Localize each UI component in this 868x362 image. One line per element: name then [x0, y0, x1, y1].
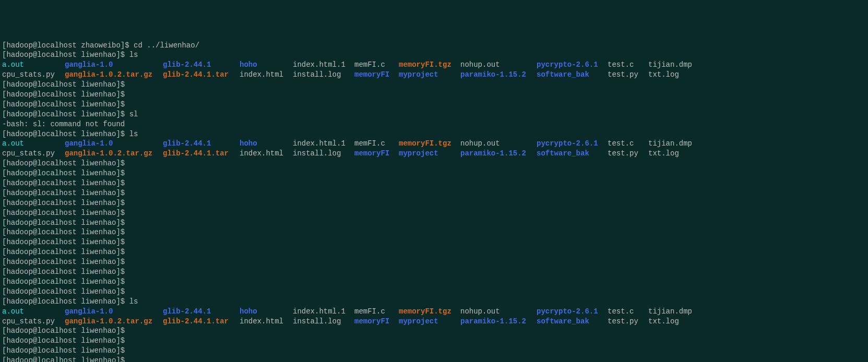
file-entry: a.out: [2, 60, 65, 70]
file-entry: nohup.out: [460, 307, 537, 317]
file-entry: software_bak: [537, 149, 608, 159]
file-entry: glib-2.44.1: [163, 60, 240, 70]
file-entry: index.html.1: [293, 60, 354, 70]
file-entry: ganglia-1.0.2.tar.gz: [65, 317, 163, 327]
prompt-line: [hadoop@localhost liwenhao]$: [2, 237, 866, 247]
prompt-line: [hadoop@localhost liwenhao]$: [2, 218, 866, 228]
file-entry: index.html: [240, 149, 293, 159]
file-entry: test.py: [608, 149, 648, 159]
file-entry: test.c: [608, 307, 648, 317]
file-entry: hoho: [240, 307, 293, 317]
file-entry: txt.log: [648, 317, 679, 327]
file-entry: test.py: [608, 317, 648, 327]
file-entry: install.log: [293, 149, 354, 159]
file-entry: memFI.c: [354, 307, 399, 317]
prompt-line: [hadoop@localhost liwenhao]$: [2, 80, 866, 90]
prompt-line: [hadoop@localhost liwenhao]$ ls: [2, 50, 866, 60]
file-entry: tijian.dmp: [648, 307, 692, 317]
file-entry: index.html.1: [293, 307, 354, 317]
file-entry: install.log: [293, 70, 354, 80]
file-entry: myproject: [399, 70, 460, 80]
file-entry: ganglia-1.0: [65, 60, 163, 70]
file-entry: nohup.out: [460, 60, 537, 70]
file-entry: test.c: [608, 139, 648, 149]
file-entry: index.html.1: [293, 139, 354, 149]
file-entry: cpu_stats.py: [2, 70, 65, 80]
file-entry: glib-2.44.1: [163, 307, 240, 317]
file-entry: glib-2.44.1.tar: [163, 70, 240, 80]
file-entry: myproject: [399, 317, 460, 327]
prompt-line: [hadoop@localhost liwenhao]$: [2, 346, 866, 356]
file-entry: ganglia-1.0: [65, 139, 163, 149]
file-entry: software_bak: [537, 70, 608, 80]
file-entry: a.out: [2, 139, 65, 149]
file-entry: memoryFI: [354, 149, 399, 159]
file-entry: tijian.dmp: [648, 60, 692, 70]
file-entry: myproject: [399, 149, 460, 159]
file-entry: software_bak: [537, 317, 608, 327]
file-entry: cpu_stats.py: [2, 317, 65, 327]
file-entry: test.py: [608, 70, 648, 80]
prompt-line: [hadoop@localhost liwenhao]$: [2, 168, 866, 178]
file-entry: paramiko-1.15.2: [460, 317, 537, 327]
prompt-line: [hadoop@localhost zhaoweibo]$ cd ../liwe…: [2, 41, 866, 51]
prompt-line: [hadoop@localhost liwenhao]$: [2, 336, 866, 346]
prompt-line: [hadoop@localhost liwenhao]$: [2, 90, 866, 100]
file-entry: memoryFI: [354, 317, 399, 327]
file-entry: index.html: [240, 70, 293, 80]
file-entry: ganglia-1.0.2.tar.gz: [65, 70, 163, 80]
terminal-output[interactable]: [hadoop@localhost zhaoweibo]$ cd ../liwe…: [2, 41, 866, 362]
file-entry: memFI.c: [354, 139, 399, 149]
prompt-line: [hadoop@localhost liwenhao]$: [2, 326, 866, 336]
file-entry: ganglia-1.0.2.tar.gz: [65, 149, 163, 159]
file-entry: glib-2.44.1.tar: [163, 149, 240, 159]
prompt-line: [hadoop@localhost liwenhao]$: [2, 257, 866, 267]
ls-output-row: cpu_stats.pyganglia-1.0.2.tar.gzglib-2.4…: [2, 317, 866, 327]
file-entry: hoho: [240, 60, 293, 70]
prompt-line: [hadoop@localhost liwenhao]$: [2, 188, 866, 198]
prompt-line: [hadoop@localhost liwenhao]$ sl: [2, 110, 866, 119]
file-entry: pycrypto-2.6.1: [537, 60, 608, 70]
prompt-line: [hadoop@localhost liwenhao]$: [2, 159, 866, 168]
file-entry: memoryFI.tgz: [399, 139, 460, 149]
prompt-line: [hadoop@localhost liwenhao]$: [2, 198, 866, 208]
prompt-line: [hadoop@localhost liwenhao]$: [2, 178, 866, 188]
prompt-line: [hadoop@localhost liwenhao]$: [2, 356, 866, 362]
error-line: -bash: sl: command not found: [2, 119, 866, 129]
ls-output-row: cpu_stats.pyganglia-1.0.2.tar.gzglib-2.4…: [2, 70, 866, 80]
file-entry: memoryFI.tgz: [399, 307, 460, 317]
prompt-line: [hadoop@localhost liwenhao]$: [2, 277, 866, 287]
ls-output-row: a.outganglia-1.0glib-2.44.1hohoindex.htm…: [2, 307, 866, 317]
prompt-line: [hadoop@localhost liwenhao]$: [2, 227, 866, 237]
file-entry: txt.log: [648, 70, 679, 80]
file-entry: tijian.dmp: [648, 139, 692, 149]
file-entry: memFI.c: [354, 60, 399, 70]
file-entry: hoho: [240, 139, 293, 149]
file-entry: glib-2.44.1.tar: [163, 317, 240, 327]
file-entry: pycrypto-2.6.1: [537, 307, 608, 317]
prompt-line: [hadoop@localhost liwenhao]$ ls: [2, 297, 866, 307]
file-entry: paramiko-1.15.2: [460, 70, 537, 80]
file-entry: ganglia-1.0: [65, 307, 163, 317]
prompt-line: [hadoop@localhost liwenhao]$: [2, 247, 866, 257]
prompt-line: [hadoop@localhost liwenhao]$: [2, 208, 866, 218]
file-entry: glib-2.44.1: [163, 139, 240, 149]
file-entry: nohup.out: [460, 139, 537, 149]
ls-output-row: cpu_stats.pyganglia-1.0.2.tar.gzglib-2.4…: [2, 149, 866, 159]
file-entry: memoryFI: [354, 70, 399, 80]
file-entry: memoryFI.tgz: [399, 60, 460, 70]
prompt-line: [hadoop@localhost liwenhao]$: [2, 267, 866, 277]
prompt-line: [hadoop@localhost liwenhao]$: [2, 287, 866, 297]
file-entry: a.out: [2, 307, 65, 317]
prompt-line: [hadoop@localhost liwenhao]$ ls: [2, 129, 866, 139]
file-entry: cpu_stats.py: [2, 149, 65, 159]
file-entry: install.log: [293, 317, 354, 327]
file-entry: paramiko-1.15.2: [460, 149, 537, 159]
file-entry: test.c: [608, 60, 648, 70]
ls-output-row: a.outganglia-1.0glib-2.44.1hohoindex.htm…: [2, 60, 866, 70]
file-entry: txt.log: [648, 149, 679, 159]
ls-output-row: a.outganglia-1.0glib-2.44.1hohoindex.htm…: [2, 139, 866, 149]
file-entry: pycrypto-2.6.1: [537, 139, 608, 149]
file-entry: index.html: [240, 317, 293, 327]
prompt-line: [hadoop@localhost liwenhao]$: [2, 100, 866, 110]
